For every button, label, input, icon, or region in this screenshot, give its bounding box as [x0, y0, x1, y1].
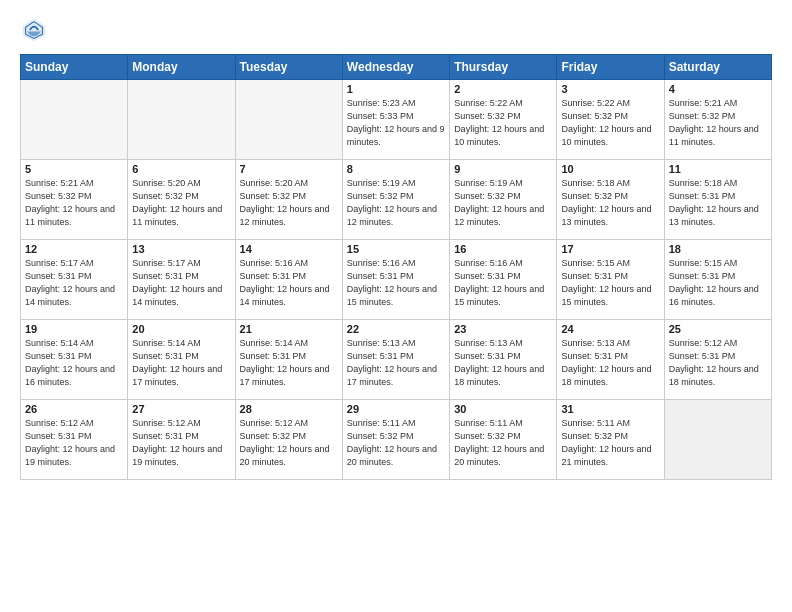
calendar-cell: 25Sunrise: 5:12 AM Sunset: 5:31 PM Dayli… — [664, 320, 771, 400]
day-number: 16 — [454, 243, 552, 255]
day-info: Sunrise: 5:20 AM Sunset: 5:32 PM Dayligh… — [132, 177, 230, 229]
day-number: 23 — [454, 323, 552, 335]
day-info: Sunrise: 5:16 AM Sunset: 5:31 PM Dayligh… — [347, 257, 445, 309]
day-number: 26 — [25, 403, 123, 415]
calendar-cell: 7Sunrise: 5:20 AM Sunset: 5:32 PM Daylig… — [235, 160, 342, 240]
calendar-cell: 4Sunrise: 5:21 AM Sunset: 5:32 PM Daylig… — [664, 80, 771, 160]
day-info: Sunrise: 5:12 AM Sunset: 5:31 PM Dayligh… — [25, 417, 123, 469]
day-number: 17 — [561, 243, 659, 255]
calendar-cell: 3Sunrise: 5:22 AM Sunset: 5:32 PM Daylig… — [557, 80, 664, 160]
day-info: Sunrise: 5:17 AM Sunset: 5:31 PM Dayligh… — [132, 257, 230, 309]
day-number: 9 — [454, 163, 552, 175]
calendar-cell: 12Sunrise: 5:17 AM Sunset: 5:31 PM Dayli… — [21, 240, 128, 320]
calendar-cell: 30Sunrise: 5:11 AM Sunset: 5:32 PM Dayli… — [450, 400, 557, 480]
day-info: Sunrise: 5:14 AM Sunset: 5:31 PM Dayligh… — [132, 337, 230, 389]
day-number: 30 — [454, 403, 552, 415]
day-number: 20 — [132, 323, 230, 335]
weekday-header: Saturday — [664, 55, 771, 80]
day-info: Sunrise: 5:14 AM Sunset: 5:31 PM Dayligh… — [25, 337, 123, 389]
day-info: Sunrise: 5:18 AM Sunset: 5:32 PM Dayligh… — [561, 177, 659, 229]
day-number: 21 — [240, 323, 338, 335]
logo-icon — [20, 16, 48, 44]
day-number: 5 — [25, 163, 123, 175]
day-info: Sunrise: 5:15 AM Sunset: 5:31 PM Dayligh… — [669, 257, 767, 309]
day-number: 3 — [561, 83, 659, 95]
calendar-week-row: 1Sunrise: 5:23 AM Sunset: 5:33 PM Daylig… — [21, 80, 772, 160]
calendar-cell: 19Sunrise: 5:14 AM Sunset: 5:31 PM Dayli… — [21, 320, 128, 400]
calendar-cell — [235, 80, 342, 160]
day-info: Sunrise: 5:12 AM Sunset: 5:31 PM Dayligh… — [132, 417, 230, 469]
day-number: 11 — [669, 163, 767, 175]
day-number: 12 — [25, 243, 123, 255]
calendar-week-row: 26Sunrise: 5:12 AM Sunset: 5:31 PM Dayli… — [21, 400, 772, 480]
day-info: Sunrise: 5:11 AM Sunset: 5:32 PM Dayligh… — [561, 417, 659, 469]
calendar-cell: 13Sunrise: 5:17 AM Sunset: 5:31 PM Dayli… — [128, 240, 235, 320]
day-info: Sunrise: 5:13 AM Sunset: 5:31 PM Dayligh… — [561, 337, 659, 389]
day-info: Sunrise: 5:22 AM Sunset: 5:32 PM Dayligh… — [454, 97, 552, 149]
day-info: Sunrise: 5:23 AM Sunset: 5:33 PM Dayligh… — [347, 97, 445, 149]
calendar-cell: 15Sunrise: 5:16 AM Sunset: 5:31 PM Dayli… — [342, 240, 449, 320]
header — [20, 16, 772, 44]
weekday-header: Thursday — [450, 55, 557, 80]
calendar-cell: 8Sunrise: 5:19 AM Sunset: 5:32 PM Daylig… — [342, 160, 449, 240]
day-info: Sunrise: 5:16 AM Sunset: 5:31 PM Dayligh… — [454, 257, 552, 309]
calendar-cell: 28Sunrise: 5:12 AM Sunset: 5:32 PM Dayli… — [235, 400, 342, 480]
calendar-cell: 31Sunrise: 5:11 AM Sunset: 5:32 PM Dayli… — [557, 400, 664, 480]
day-info: Sunrise: 5:22 AM Sunset: 5:32 PM Dayligh… — [561, 97, 659, 149]
calendar-cell: 1Sunrise: 5:23 AM Sunset: 5:33 PM Daylig… — [342, 80, 449, 160]
calendar-table: SundayMondayTuesdayWednesdayThursdayFrid… — [20, 54, 772, 480]
calendar-week-row: 19Sunrise: 5:14 AM Sunset: 5:31 PM Dayli… — [21, 320, 772, 400]
calendar-week-row: 12Sunrise: 5:17 AM Sunset: 5:31 PM Dayli… — [21, 240, 772, 320]
calendar-header-row: SundayMondayTuesdayWednesdayThursdayFrid… — [21, 55, 772, 80]
day-number: 10 — [561, 163, 659, 175]
day-number: 8 — [347, 163, 445, 175]
day-info: Sunrise: 5:17 AM Sunset: 5:31 PM Dayligh… — [25, 257, 123, 309]
calendar-cell: 21Sunrise: 5:14 AM Sunset: 5:31 PM Dayli… — [235, 320, 342, 400]
day-number: 1 — [347, 83, 445, 95]
calendar-cell: 24Sunrise: 5:13 AM Sunset: 5:31 PM Dayli… — [557, 320, 664, 400]
calendar-cell: 9Sunrise: 5:19 AM Sunset: 5:32 PM Daylig… — [450, 160, 557, 240]
day-info: Sunrise: 5:13 AM Sunset: 5:31 PM Dayligh… — [454, 337, 552, 389]
day-number: 29 — [347, 403, 445, 415]
day-info: Sunrise: 5:19 AM Sunset: 5:32 PM Dayligh… — [454, 177, 552, 229]
day-info: Sunrise: 5:12 AM Sunset: 5:31 PM Dayligh… — [669, 337, 767, 389]
day-info: Sunrise: 5:13 AM Sunset: 5:31 PM Dayligh… — [347, 337, 445, 389]
day-number: 28 — [240, 403, 338, 415]
day-number: 13 — [132, 243, 230, 255]
day-number: 4 — [669, 83, 767, 95]
calendar-cell: 26Sunrise: 5:12 AM Sunset: 5:31 PM Dayli… — [21, 400, 128, 480]
day-info: Sunrise: 5:18 AM Sunset: 5:31 PM Dayligh… — [669, 177, 767, 229]
day-number: 24 — [561, 323, 659, 335]
weekday-header: Friday — [557, 55, 664, 80]
calendar-cell: 14Sunrise: 5:16 AM Sunset: 5:31 PM Dayli… — [235, 240, 342, 320]
day-info: Sunrise: 5:11 AM Sunset: 5:32 PM Dayligh… — [454, 417, 552, 469]
weekday-header: Monday — [128, 55, 235, 80]
day-info: Sunrise: 5:21 AM Sunset: 5:32 PM Dayligh… — [669, 97, 767, 149]
day-number: 18 — [669, 243, 767, 255]
day-info: Sunrise: 5:11 AM Sunset: 5:32 PM Dayligh… — [347, 417, 445, 469]
calendar-cell: 29Sunrise: 5:11 AM Sunset: 5:32 PM Dayli… — [342, 400, 449, 480]
calendar-cell: 2Sunrise: 5:22 AM Sunset: 5:32 PM Daylig… — [450, 80, 557, 160]
calendar-week-row: 5Sunrise: 5:21 AM Sunset: 5:32 PM Daylig… — [21, 160, 772, 240]
calendar-cell: 18Sunrise: 5:15 AM Sunset: 5:31 PM Dayli… — [664, 240, 771, 320]
weekday-header: Sunday — [21, 55, 128, 80]
calendar-cell: 17Sunrise: 5:15 AM Sunset: 5:31 PM Dayli… — [557, 240, 664, 320]
day-number: 31 — [561, 403, 659, 415]
calendar-cell: 11Sunrise: 5:18 AM Sunset: 5:31 PM Dayli… — [664, 160, 771, 240]
day-number: 2 — [454, 83, 552, 95]
page: SundayMondayTuesdayWednesdayThursdayFrid… — [0, 0, 792, 612]
calendar-cell — [128, 80, 235, 160]
calendar-cell: 16Sunrise: 5:16 AM Sunset: 5:31 PM Dayli… — [450, 240, 557, 320]
day-number: 14 — [240, 243, 338, 255]
calendar-cell — [664, 400, 771, 480]
calendar-cell: 10Sunrise: 5:18 AM Sunset: 5:32 PM Dayli… — [557, 160, 664, 240]
day-info: Sunrise: 5:14 AM Sunset: 5:31 PM Dayligh… — [240, 337, 338, 389]
day-info: Sunrise: 5:19 AM Sunset: 5:32 PM Dayligh… — [347, 177, 445, 229]
calendar-cell: 23Sunrise: 5:13 AM Sunset: 5:31 PM Dayli… — [450, 320, 557, 400]
calendar-cell: 22Sunrise: 5:13 AM Sunset: 5:31 PM Dayli… — [342, 320, 449, 400]
day-info: Sunrise: 5:16 AM Sunset: 5:31 PM Dayligh… — [240, 257, 338, 309]
day-info: Sunrise: 5:15 AM Sunset: 5:31 PM Dayligh… — [561, 257, 659, 309]
day-number: 22 — [347, 323, 445, 335]
day-number: 7 — [240, 163, 338, 175]
day-info: Sunrise: 5:12 AM Sunset: 5:32 PM Dayligh… — [240, 417, 338, 469]
